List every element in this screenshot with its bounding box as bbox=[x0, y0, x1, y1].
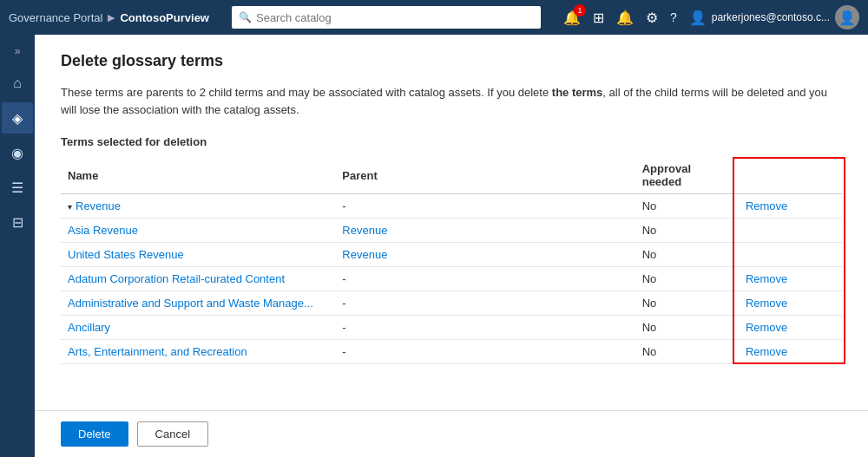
term-approval: No bbox=[635, 316, 739, 340]
remove-button[interactable]: Remove bbox=[746, 272, 787, 285]
term-approval: No bbox=[635, 219, 739, 243]
warning-text-part1: These terms are parents to 2 child terms… bbox=[61, 86, 552, 99]
sidebar: » ⌂ ◈ ◉ ☰ ⊟ bbox=[0, 35, 35, 457]
col-header-parent: Parent bbox=[335, 157, 635, 194]
cancel-button[interactable]: Cancel bbox=[137, 421, 208, 447]
term-name-link[interactable]: Adatum Corporation Retail-curated Conten… bbox=[68, 272, 285, 285]
term-approval: No bbox=[635, 291, 739, 316]
breadcrumb-separator: ▶ bbox=[108, 12, 115, 23]
profile-icon: 👤 bbox=[689, 10, 707, 25]
term-parent: - bbox=[335, 316, 635, 340]
parent-link[interactable]: Revenue bbox=[342, 224, 387, 237]
remove-button[interactable]: Remove bbox=[746, 321, 787, 334]
grid-icon: ⊞ bbox=[593, 10, 604, 25]
user-email: parkerjones@contoso.c... bbox=[712, 11, 830, 23]
table-row: United States RevenueRevenueNo bbox=[61, 243, 842, 267]
table-row: Arts, Entertainment, and Recreation-NoRe… bbox=[61, 340, 842, 364]
grid-icon-wrap[interactable]: ⊞ bbox=[593, 10, 604, 26]
table-wrapper: Name Parent Approval needed ▾Revenue-NoR… bbox=[61, 157, 842, 364]
layout: » ⌂ ◈ ◉ ☰ ⊟ Delete glossary terms These … bbox=[0, 35, 868, 457]
avatar: 👤 bbox=[835, 5, 859, 29]
sidebar-item-glossary[interactable]: ☰ bbox=[2, 172, 33, 203]
table-row: Adatum Corporation Retail-curated Conten… bbox=[61, 267, 842, 291]
help-icon-wrap[interactable]: ? bbox=[670, 10, 677, 25]
user-info[interactable]: parkerjones@contoso.c... 👤 bbox=[712, 5, 859, 29]
notification-badge: 1 bbox=[574, 4, 586, 16]
parent-link[interactable]: Revenue bbox=[342, 248, 387, 261]
warning-text: These terms are parents to 2 child terms… bbox=[61, 84, 842, 118]
table-row: Administrative and Support and Waste Man… bbox=[61, 291, 842, 316]
term-parent: - bbox=[335, 340, 635, 364]
table-row: Ancillary-NoRemove bbox=[61, 316, 842, 340]
col-header-approval: Approval needed bbox=[635, 157, 739, 194]
term-approval: No bbox=[635, 194, 739, 219]
col-header-name: Name bbox=[61, 157, 335, 194]
settings-icon-wrap[interactable]: ⚙ bbox=[646, 10, 658, 26]
sidebar-item-catalog[interactable]: ◈ bbox=[2, 102, 33, 134]
search-area: 🔍 bbox=[232, 6, 541, 29]
table-header-row: Name Parent Approval needed bbox=[61, 157, 842, 194]
term-approval: No bbox=[635, 267, 739, 291]
section-label: Terms selected for deletion bbox=[61, 135, 842, 148]
bell-icon: 🔔 bbox=[616, 10, 634, 25]
remove-button[interactable]: Remove bbox=[746, 345, 787, 358]
term-name-link[interactable]: Asia Revenue bbox=[68, 224, 138, 237]
table-row: Asia RevenueRevenueNo bbox=[61, 219, 842, 243]
term-name-link[interactable]: Arts, Entertainment, and Recreation bbox=[68, 345, 247, 358]
main-content: Delete glossary terms These terms are pa… bbox=[35, 35, 868, 457]
catalog-name[interactable]: ContosoPurview bbox=[120, 11, 209, 24]
search-icon: 🔍 bbox=[239, 11, 252, 23]
term-parent: Revenue bbox=[335, 219, 635, 243]
sidebar-item-manage[interactable]: ⊟ bbox=[2, 206, 33, 238]
sidebar-expand-button[interactable]: » bbox=[11, 42, 24, 61]
portal-name[interactable]: Governance Portal bbox=[9, 11, 102, 24]
term-parent: - bbox=[335, 194, 635, 219]
page-title: Delete glossary terms bbox=[61, 52, 842, 70]
chevron-down-icon[interactable]: ▾ bbox=[68, 202, 72, 212]
help-icon: ? bbox=[670, 10, 677, 24]
remove-button[interactable]: Remove bbox=[746, 199, 787, 212]
term-parent: Revenue bbox=[335, 243, 635, 267]
topbar-brand: Governance Portal ▶ ContosoPurview bbox=[9, 11, 209, 24]
term-name-link[interactable]: United States Revenue bbox=[68, 248, 184, 261]
topbar-icons: 🔔 1 ⊞ 🔔 ⚙ ? 👤 bbox=[563, 10, 707, 26]
topbar: Governance Portal ▶ ContosoPurview 🔍 🔔 1… bbox=[0, 0, 868, 35]
warning-bold: the terms bbox=[552, 86, 603, 99]
table-row: ▾Revenue-NoRemove bbox=[61, 194, 842, 219]
term-name-link[interactable]: Ancillary bbox=[68, 321, 110, 334]
profile-icon-wrap[interactable]: 👤 bbox=[689, 10, 707, 26]
terms-table: Name Parent Approval needed ▾Revenue-NoR… bbox=[61, 157, 842, 364]
term-approval: No bbox=[635, 340, 739, 364]
term-approval: No bbox=[635, 243, 739, 267]
search-input[interactable] bbox=[232, 6, 541, 29]
term-name-link[interactable]: Administrative and Support and Waste Man… bbox=[68, 297, 313, 310]
sidebar-item-insights[interactable]: ◉ bbox=[2, 137, 33, 168]
col-header-action bbox=[739, 157, 842, 194]
term-name-link[interactable]: Revenue bbox=[76, 199, 121, 212]
delete-button[interactable]: Delete bbox=[61, 421, 128, 447]
settings-icon: ⚙ bbox=[646, 10, 658, 25]
bell-icon-wrap[interactable]: 🔔 bbox=[616, 10, 634, 26]
remove-button[interactable]: Remove bbox=[746, 297, 787, 310]
notification-icon-wrap[interactable]: 🔔 1 bbox=[563, 10, 581, 26]
footer-bar: Delete Cancel bbox=[35, 410, 868, 457]
term-parent: - bbox=[335, 267, 635, 291]
sidebar-item-home[interactable]: ⌂ bbox=[2, 68, 33, 99]
term-parent: - bbox=[335, 291, 635, 316]
